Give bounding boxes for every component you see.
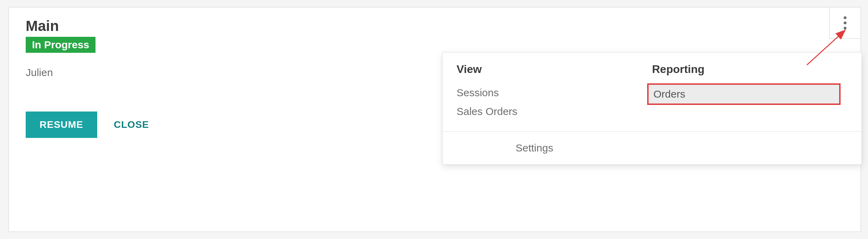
dropdown-columns: View Sessions Sales Orders Reporting Ord… bbox=[443, 52, 861, 131]
menu-item-orders[interactable]: Orders bbox=[647, 83, 841, 105]
card-title: Main bbox=[26, 18, 844, 34]
close-button[interactable]: CLOSE bbox=[106, 112, 157, 138]
pos-card: Main In Progress Julien RESUME CLOSE Vie… bbox=[8, 7, 861, 232]
menu-item-sales-orders[interactable]: Sales Orders bbox=[452, 102, 645, 121]
dropdown-col-view: View Sessions Sales Orders bbox=[457, 63, 652, 121]
dropdown-col-reporting: Reporting Orders bbox=[652, 63, 848, 121]
menu-item-settings[interactable]: Settings bbox=[516, 142, 848, 154]
col-heading-view: View bbox=[457, 63, 652, 76]
dropdown-menu: View Sessions Sales Orders Reporting Ord… bbox=[442, 52, 862, 165]
resume-button[interactable]: RESUME bbox=[26, 112, 97, 138]
menu-item-sessions[interactable]: Sessions bbox=[452, 83, 645, 102]
kebab-menu-button[interactable] bbox=[829, 8, 860, 39]
col-heading-reporting: Reporting bbox=[652, 63, 848, 76]
kebab-icon bbox=[844, 16, 846, 30]
dropdown-footer: Settings bbox=[443, 131, 861, 164]
status-badge: In Progress bbox=[26, 37, 95, 53]
